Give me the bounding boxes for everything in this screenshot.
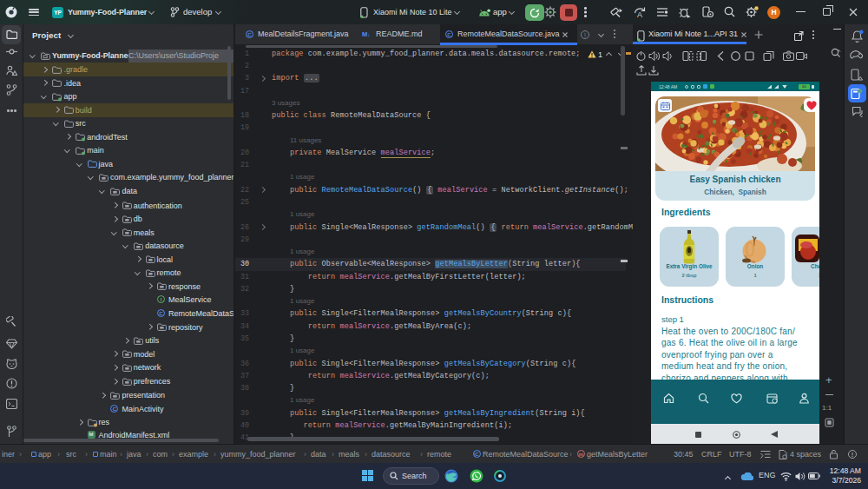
- svg-text:A: A: [637, 10, 642, 18]
